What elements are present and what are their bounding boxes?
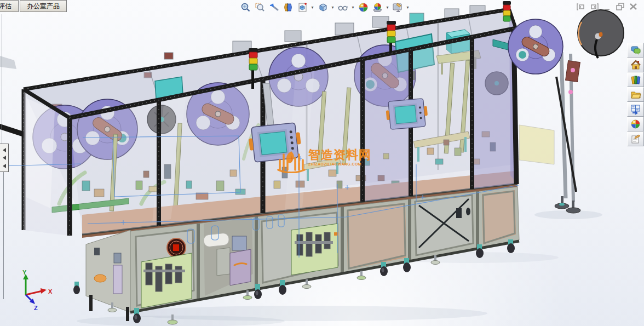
- apply-scene-button[interactable]: [371, 1, 384, 14]
- task-pane: [627, 43, 644, 146]
- feature-pane-edge: [3, 171, 4, 299]
- forum-bubbles-icon: [630, 45, 641, 55]
- dropdown-caret-icon[interactable]: ▾: [385, 1, 390, 14]
- takeup-disc: [578, 10, 624, 58]
- dropdown-caret-icon[interactable]: ▾: [350, 1, 355, 14]
- conveyor-stub: [0, 124, 25, 138]
- scene-ball-icon: [372, 2, 383, 13]
- zoom-to-area-button[interactable]: [253, 1, 266, 14]
- drawing-view-button[interactable]: [296, 1, 309, 14]
- previous-view-button[interactable]: [267, 1, 280, 14]
- collapse-arrow-icon: [3, 164, 6, 168]
- machine-model[interactable]: Y X Z: [0, 1, 624, 324]
- task-pane-resources-button[interactable]: [627, 58, 644, 72]
- triad-y-label: Y: [22, 269, 27, 276]
- dock-left-icon[interactable]: [576, 3, 585, 10]
- task-pane-forum-button[interactable]: [627, 43, 644, 58]
- display-style-button[interactable]: [336, 1, 349, 14]
- graphics-viewport[interactable]: Y X Z: [0, 0, 644, 326]
- zoom-to-fit-button[interactable]: [239, 1, 252, 14]
- heads-up-view-toolbar: ▾ ▾ ▾ ▾ ▾: [239, 1, 410, 14]
- minimize-icon[interactable]: [602, 3, 612, 10]
- close-icon[interactable]: [629, 3, 638, 10]
- triad-z-label: Z: [34, 305, 38, 311]
- section-view-icon: [283, 2, 294, 13]
- hmi-panel-2[interactable]: [385, 98, 428, 130]
- collapse-arrow-icon: [3, 148, 6, 152]
- view-settings-button[interactable]: [391, 1, 404, 14]
- commandmanager-tabs: 评估 办公室产品: [0, 0, 68, 12]
- task-pane-file-explorer-button[interactable]: [627, 87, 644, 102]
- magnifier-icon: [240, 2, 251, 13]
- view-orientation-button[interactable]: [316, 1, 329, 14]
- view-cube-icon: [318, 2, 328, 13]
- collapse-arrow-icon: [3, 156, 6, 160]
- dropdown-caret-icon[interactable]: ▾: [310, 1, 315, 14]
- triad-x-label: X: [48, 288, 53, 295]
- cabinet-side-face: [86, 230, 130, 321]
- task-pane-design-library-button[interactable]: [627, 72, 644, 87]
- previous-view-icon: [269, 2, 279, 13]
- collapsed-feature-pane[interactable]: [0, 144, 9, 172]
- monitor-settings-icon: [392, 2, 403, 13]
- task-pane-view-palette-button[interactable]: [627, 102, 644, 117]
- caster: [73, 282, 80, 294]
- dropdown-caret-icon[interactable]: ▾: [330, 1, 335, 14]
- home-icon: [630, 60, 641, 70]
- view-palette-icon: [630, 104, 641, 115]
- stack-light-3: [503, 1, 511, 21]
- edit-appearance-button[interactable]: [357, 1, 370, 14]
- task-pane-custom-properties-button[interactable]: [627, 131, 644, 146]
- drawing-view-icon: [297, 2, 308, 13]
- task-pane-appearances-button[interactable]: [627, 117, 644, 131]
- pneumatic-unit-2: [291, 224, 338, 275]
- tab-evaluate[interactable]: 评估: [0, 0, 19, 12]
- section-view-button[interactable]: [281, 1, 295, 14]
- dropdown-caret-icon[interactable]: ▾: [405, 1, 410, 14]
- restore-icon[interactable]: [616, 3, 625, 10]
- glasses-icon: [337, 2, 348, 13]
- magnifier-area-icon: [255, 2, 265, 13]
- window-controls: [576, 3, 638, 10]
- appearance-ball-icon: [630, 119, 641, 129]
- custom-properties-icon: [630, 134, 641, 144]
- dock-right-icon[interactable]: [589, 3, 599, 10]
- feature-pane-edge: [2, 14, 2, 144]
- tab-office-products[interactable]: 办公室产品: [20, 0, 67, 12]
- color-ball-icon: [358, 2, 369, 13]
- orientation-triad: Y X Z: [22, 269, 53, 311]
- books-icon: [630, 75, 641, 85]
- folder-icon: [630, 90, 641, 99]
- top-left-bracket: [0, 56, 16, 69]
- reel-6: [508, 19, 563, 74]
